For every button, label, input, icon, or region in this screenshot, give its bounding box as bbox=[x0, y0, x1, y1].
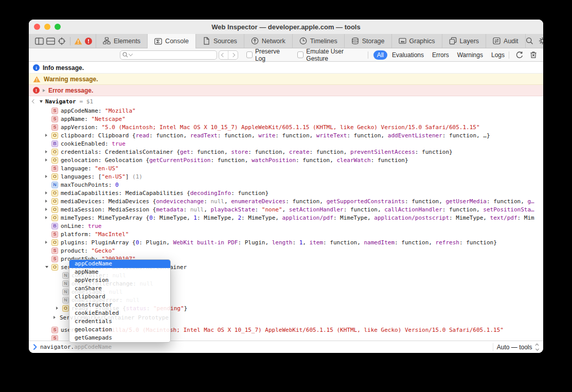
close-window-button[interactable] bbox=[34, 24, 40, 30]
inspect-element-icon[interactable] bbox=[56, 35, 67, 47]
scope-evaluations[interactable]: Evaluations bbox=[388, 50, 427, 60]
disclosure-triangle-icon[interactable] bbox=[45, 208, 51, 211]
scope-warnings[interactable]: Warnings bbox=[454, 50, 487, 60]
tab-elements[interactable]: Elements bbox=[96, 34, 147, 48]
property-name: mediaSession bbox=[61, 206, 101, 213]
clear-console-icon[interactable] bbox=[530, 51, 537, 59]
disclosure-triangle-icon[interactable] bbox=[45, 241, 51, 244]
prompt-typed-text[interactable]: navigator. bbox=[40, 344, 74, 350]
property-value-segment: } bbox=[184, 305, 188, 312]
disclosure-triangle-icon[interactable] bbox=[45, 266, 51, 268]
console-property-row[interactable]: Slanguage: "en-US" bbox=[29, 164, 543, 172]
property-value-segment: : Plugin, bbox=[238, 239, 272, 246]
console-property-row[interactable]: BonLine: true bbox=[29, 222, 543, 230]
console-property-row[interactable]: Splatform: "MacIntel" bbox=[29, 230, 543, 238]
log-filter-field[interactable] bbox=[120, 50, 217, 60]
console-property-row[interactable]: OmediaDevices: MediaDevices {ondevicecha… bbox=[29, 197, 543, 205]
dock-side-icon[interactable] bbox=[33, 35, 45, 47]
console-property-row[interactable]: Sproduct: "Gecko" bbox=[29, 246, 543, 255]
property-value-segment: : MediaDevices { bbox=[101, 198, 156, 205]
console-property-row[interactable]: Olanguages: ["en-US"] (1) bbox=[29, 172, 543, 181]
zoom-window-button[interactable] bbox=[55, 24, 61, 30]
tab-network[interactable]: Network bbox=[244, 34, 292, 48]
console-property-row[interactable]: OmediaSession: MediaSession {metadata: n… bbox=[29, 205, 543, 213]
checkbox-emulate-user-gesture[interactable]: Emulate User Gesture bbox=[297, 48, 363, 62]
storage-icon bbox=[351, 37, 359, 45]
tab-timelines[interactable]: Timelines bbox=[292, 34, 344, 48]
autocomplete-item[interactable]: canShare bbox=[69, 284, 170, 293]
error-message-text: Error message. bbox=[48, 87, 93, 94]
errors-badge-icon[interactable] bbox=[83, 35, 94, 47]
console-property-row[interactable]: OmimeTypes: MimeTypeArray {0: MimeType, … bbox=[29, 213, 543, 222]
autocomplete-item[interactable]: constructor bbox=[69, 301, 170, 309]
tab-audit[interactable]: Audit bbox=[486, 34, 526, 48]
filter-checkboxes: Preserve LogEmulate User Gesture bbox=[238, 48, 363, 62]
console-property-row[interactable]: BcookieEnabled: true bbox=[29, 139, 543, 148]
console-property-row[interactable]: Ocredentials: CredentialsContainer {get:… bbox=[29, 148, 543, 156]
console-property-row[interactable]: SappName: "Netscape" bbox=[29, 115, 543, 123]
graphics-icon bbox=[399, 37, 406, 45]
autocomplete-item[interactable]: appName bbox=[69, 268, 170, 276]
log-filter-input[interactable] bbox=[133, 52, 214, 58]
tab-sources[interactable]: Sources bbox=[195, 34, 244, 48]
tab-graphics[interactable]: Graphics bbox=[391, 34, 442, 48]
console-property-row[interactable]: SappVersion: "5.0 (Macintosh; Intel Mac … bbox=[29, 123, 543, 131]
disclosure-triangle-icon[interactable] bbox=[43, 89, 45, 92]
disclosure-triangle-icon[interactable] bbox=[53, 316, 60, 319]
autocomplete-item[interactable]: geolocation bbox=[69, 326, 170, 334]
disclosure-triangle-icon[interactable] bbox=[45, 175, 51, 178]
property-value-segment: : MimeType, bbox=[153, 215, 193, 221]
autocomplete-item[interactable]: getGamepads bbox=[69, 334, 170, 342]
scope-logs[interactable]: Logs bbox=[488, 50, 508, 60]
disclosure-triangle-icon[interactable] bbox=[45, 216, 51, 219]
console-property-row[interactable]: NmaxTouchPoints: 0 bbox=[29, 181, 543, 189]
tab-layers[interactable]: Layers bbox=[442, 34, 486, 48]
dock-bottom-icon[interactable] bbox=[45, 35, 56, 47]
console-info-message[interactable]: i Info message. bbox=[29, 62, 543, 74]
warnings-badge-icon[interactable] bbox=[73, 35, 83, 47]
property-value-segment: namedItem bbox=[364, 239, 395, 246]
console-error-message[interactable]: ! Error message. bbox=[29, 85, 543, 96]
checkbox-box[interactable] bbox=[246, 51, 253, 58]
filter-options-chevron-icon[interactable] bbox=[129, 52, 133, 56]
console-property-row[interactable]: Oplugins: PluginArray {0: Plugin, WebKit… bbox=[29, 238, 543, 246]
execution-context-picker[interactable]: Auto — tools bbox=[493, 343, 538, 351]
type-badge-s: S bbox=[51, 165, 58, 172]
disclosure-triangle-icon[interactable] bbox=[45, 150, 51, 153]
evaluation-result-header[interactable]: Navigator = $1 bbox=[29, 96, 543, 106]
property-value-segment: : function, …} bbox=[442, 132, 490, 139]
expanded-disclosure-icon[interactable] bbox=[40, 100, 43, 103]
disclosure-triangle-icon[interactable] bbox=[45, 200, 51, 203]
autocomplete-item[interactable]: appVersion bbox=[69, 276, 170, 284]
scope-all[interactable]: All bbox=[373, 50, 387, 60]
console-property-row[interactable]: Oclipboard: Clipboard {read: function, r… bbox=[29, 131, 543, 139]
property-name: clipboard bbox=[61, 132, 92, 139]
property-value-segment: (1) bbox=[129, 173, 142, 180]
checkbox-box[interactable] bbox=[297, 51, 303, 58]
search-icon[interactable] bbox=[526, 37, 533, 45]
console-filter-bar: Preserve LogEmulate User Gesture AllEval… bbox=[29, 48, 543, 62]
checkbox-preserve-log[interactable]: Preserve Log bbox=[246, 48, 289, 62]
disclosure-triangle-icon[interactable] bbox=[45, 134, 51, 137]
clear-on-reload-icon[interactable] bbox=[515, 51, 524, 59]
console-property-row[interactable]: OmediaCapabilities: MediaCapabilities {d… bbox=[29, 189, 543, 197]
disclosure-triangle-icon[interactable] bbox=[56, 307, 62, 310]
scope-errors[interactable]: Errors bbox=[428, 50, 453, 60]
autocomplete-item[interactable]: appCodeName bbox=[69, 260, 170, 268]
find-previous-button[interactable] bbox=[219, 51, 228, 59]
console-warning-message[interactable]: Warning message. bbox=[29, 74, 543, 85]
disclosure-triangle-icon[interactable] bbox=[45, 158, 51, 162]
autocomplete-item[interactable]: credentials bbox=[69, 317, 170, 326]
disclosure-triangle-icon[interactable] bbox=[45, 191, 51, 194]
property-value-segment: : MediaSession { bbox=[101, 206, 156, 213]
autocomplete-item[interactable]: clipboard bbox=[69, 293, 170, 301]
find-next-button[interactable] bbox=[228, 51, 238, 59]
minimize-window-button[interactable] bbox=[44, 24, 50, 30]
tab-console[interactable]: Console bbox=[147, 34, 195, 48]
settings-gear-icon[interactable] bbox=[539, 37, 543, 45]
console-property-row[interactable]: SappCodeName: "Mozilla" bbox=[29, 106, 543, 115]
property-value-segment: : function, bbox=[395, 239, 435, 246]
tab-storage[interactable]: Storage bbox=[344, 34, 391, 48]
console-property-row[interactable]: Ogeolocation: Geolocation {getCurrentPos… bbox=[29, 156, 543, 164]
autocomplete-item[interactable]: cookieEnabled bbox=[69, 309, 170, 317]
